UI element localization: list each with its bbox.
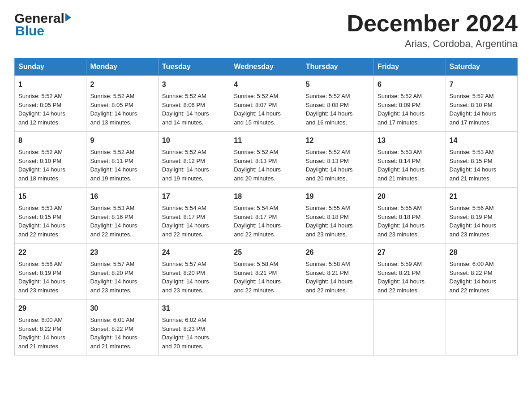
calendar-cell: 18 Sunrise: 5:54 AM Sunset: 8:17 PM Dayl…	[230, 188, 302, 244]
col-monday: Monday	[86, 58, 158, 76]
daylight-label: Daylight: 14 hours	[378, 110, 425, 117]
calendar-cell: 13 Sunrise: 5:53 AM Sunset: 8:14 PM Dayl…	[374, 132, 446, 188]
daylight-minutes: and 17 minutes.	[450, 119, 491, 126]
daylight-minutes: and 23 minutes.	[90, 287, 132, 294]
daylight-minutes: and 15 minutes.	[234, 119, 275, 126]
daylight-label: Daylight: 14 hours	[450, 278, 497, 285]
calendar-cell: 10 Sunrise: 5:52 AM Sunset: 8:12 PM Dayl…	[158, 132, 230, 188]
day-number: 22	[18, 247, 82, 258]
daylight-label: Daylight: 14 hours	[18, 110, 65, 117]
sunrise-label: Sunrise: 5:52 AM	[18, 93, 63, 99]
daylight-label: Daylight: 14 hours	[450, 110, 497, 117]
daylight-label: Daylight: 14 hours	[90, 110, 137, 117]
calendar-cell: 24 Sunrise: 5:57 AM Sunset: 8:20 PM Dayl…	[158, 244, 230, 300]
sunrise-label: Sunrise: 5:52 AM	[378, 93, 422, 99]
calendar-cell: 2 Sunrise: 5:52 AM Sunset: 8:05 PM Dayli…	[86, 76, 158, 132]
sunrise-label: Sunrise: 5:58 AM	[234, 261, 278, 267]
calendar-week-1: 1 Sunrise: 5:52 AM Sunset: 8:05 PM Dayli…	[15, 76, 518, 132]
calendar-cell: 12 Sunrise: 5:52 AM Sunset: 8:13 PM Dayl…	[302, 132, 373, 188]
sunset-label: Sunset: 8:19 PM	[450, 214, 493, 220]
daylight-label: Daylight: 14 hours	[90, 278, 137, 285]
daylight-label: Daylight: 14 hours	[18, 166, 65, 173]
daylight-minutes: and 22 minutes.	[90, 231, 132, 238]
calendar-cell: 21 Sunrise: 5:56 AM Sunset: 8:19 PM Dayl…	[446, 188, 517, 244]
daylight-minutes: and 19 minutes.	[162, 175, 204, 182]
sunset-label: Sunset: 8:13 PM	[234, 158, 277, 164]
col-sunday: Sunday	[15, 58, 86, 76]
day-number: 28	[450, 247, 514, 258]
calendar-cell: 4 Sunrise: 5:52 AM Sunset: 8:07 PM Dayli…	[230, 76, 302, 132]
sunset-label: Sunset: 8:08 PM	[306, 102, 349, 108]
day-number: 3	[162, 79, 226, 90]
daylight-minutes: and 22 minutes.	[162, 231, 204, 238]
sunrise-label: Sunrise: 5:52 AM	[18, 149, 63, 155]
day-number: 11	[234, 135, 298, 146]
daylight-label: Daylight: 14 hours	[306, 166, 353, 173]
calendar-cell: 16 Sunrise: 5:53 AM Sunset: 8:16 PM Dayl…	[86, 188, 158, 244]
daylight-label: Daylight: 14 hours	[378, 222, 425, 229]
calendar-cell: 28 Sunrise: 6:00 AM Sunset: 8:22 PM Dayl…	[446, 244, 517, 300]
sunset-label: Sunset: 8:06 PM	[162, 102, 205, 108]
sunset-label: Sunset: 8:22 PM	[18, 325, 61, 332]
sunset-label: Sunset: 8:22 PM	[90, 325, 133, 332]
day-number: 23	[90, 247, 154, 258]
daylight-label: Daylight: 14 hours	[234, 222, 281, 229]
day-number: 7	[450, 79, 514, 90]
day-number: 10	[162, 135, 226, 146]
daylight-minutes: and 17 minutes.	[378, 119, 419, 126]
daylight-label: Daylight: 14 hours	[18, 334, 65, 341]
daylight-minutes: and 12 minutes.	[18, 119, 60, 126]
daylight-label: Daylight: 14 hours	[18, 222, 65, 229]
daylight-minutes: and 20 minutes.	[306, 175, 348, 182]
daylight-minutes: and 21 minutes.	[378, 175, 419, 182]
logo: General Blue	[14, 11, 72, 39]
day-number: 25	[234, 247, 298, 258]
daylight-label: Daylight: 14 hours	[90, 222, 137, 229]
calendar-cell: 1 Sunrise: 5:52 AM Sunset: 8:05 PM Dayli…	[15, 76, 86, 132]
sunrise-label: Sunrise: 6:00 AM	[450, 261, 494, 267]
calendar-cell: 19 Sunrise: 5:55 AM Sunset: 8:18 PM Dayl…	[302, 188, 373, 244]
sunset-label: Sunset: 8:13 PM	[306, 158, 349, 164]
daylight-minutes: and 23 minutes.	[450, 231, 491, 238]
daylight-label: Daylight: 14 hours	[378, 278, 425, 285]
daylight-label: Daylight: 14 hours	[162, 110, 209, 117]
calendar-cell	[230, 300, 302, 355]
sunset-label: Sunset: 8:09 PM	[378, 102, 420, 108]
sunrise-label: Sunrise: 5:53 AM	[90, 205, 134, 211]
sunset-label: Sunset: 8:15 PM	[450, 158, 493, 164]
day-number: 19	[306, 191, 370, 202]
sunset-label: Sunset: 8:22 PM	[450, 270, 493, 276]
month-title: December 2024	[347, 11, 518, 36]
daylight-label: Daylight: 14 hours	[234, 110, 281, 117]
sunrise-label: Sunrise: 5:52 AM	[90, 93, 134, 99]
daylight-minutes: and 23 minutes.	[162, 287, 204, 294]
calendar-cell	[446, 300, 517, 355]
sunrise-label: Sunrise: 5:55 AM	[306, 205, 350, 211]
sunrise-label: Sunrise: 5:57 AM	[90, 261, 134, 267]
sunset-label: Sunset: 8:21 PM	[234, 270, 277, 276]
sunrise-label: Sunrise: 5:56 AM	[450, 205, 494, 211]
day-number: 1	[18, 79, 82, 90]
sunset-label: Sunset: 8:17 PM	[234, 214, 277, 220]
calendar-cell: 17 Sunrise: 5:54 AM Sunset: 8:17 PM Dayl…	[158, 188, 230, 244]
sunrise-label: Sunrise: 5:57 AM	[162, 261, 206, 267]
daylight-label: Daylight: 14 hours	[306, 278, 353, 285]
calendar-cell: 27 Sunrise: 5:59 AM Sunset: 8:21 PM Dayl…	[374, 244, 446, 300]
sunset-label: Sunset: 8:17 PM	[162, 214, 205, 220]
day-number: 14	[450, 135, 514, 146]
day-number: 8	[18, 135, 82, 146]
daylight-minutes: and 21 minutes.	[90, 343, 132, 350]
sunset-label: Sunset: 8:21 PM	[306, 270, 349, 276]
sunset-label: Sunset: 8:10 PM	[450, 102, 493, 108]
calendar-header-row: Sunday Monday Tuesday Wednesday Thursday…	[15, 58, 518, 76]
day-number: 16	[90, 191, 154, 202]
sunset-label: Sunset: 8:05 PM	[90, 102, 133, 108]
sunrise-label: Sunrise: 5:53 AM	[18, 205, 63, 211]
sunrise-label: Sunrise: 5:53 AM	[378, 149, 422, 155]
sunset-label: Sunset: 8:18 PM	[306, 214, 349, 220]
sunset-label: Sunset: 8:12 PM	[162, 158, 205, 164]
calendar-cell: 7 Sunrise: 5:52 AM Sunset: 8:10 PM Dayli…	[446, 76, 517, 132]
daylight-label: Daylight: 14 hours	[378, 166, 425, 173]
daylight-label: Daylight: 14 hours	[162, 334, 209, 341]
day-number: 6	[378, 79, 442, 90]
